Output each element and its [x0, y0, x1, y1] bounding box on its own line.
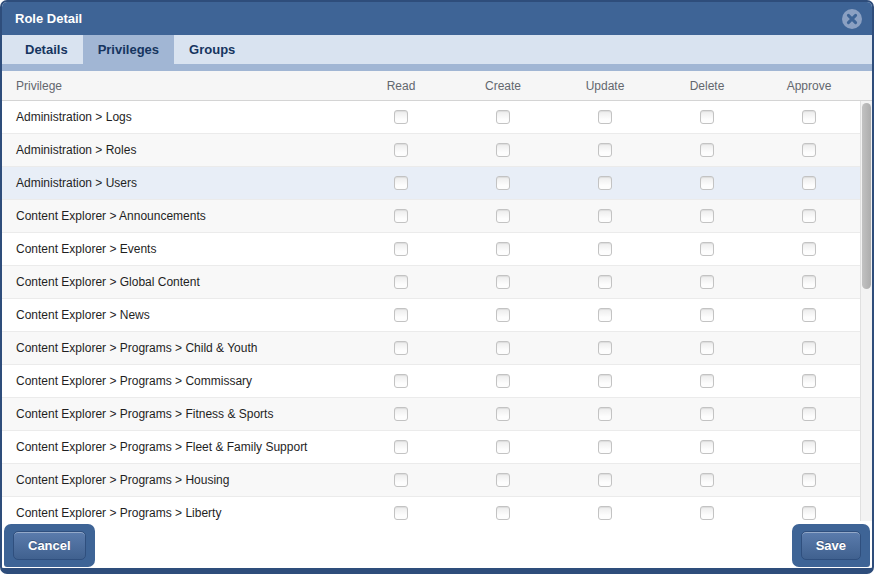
privilege-table-body: Administration > Logs Administration > R… [2, 101, 872, 521]
checkbox-update[interactable] [598, 209, 612, 223]
checkbox-update[interactable] [598, 473, 612, 487]
checkbox-update[interactable] [598, 275, 612, 289]
checkbox-approve[interactable] [802, 473, 816, 487]
checkbox-update[interactable] [598, 407, 612, 421]
checkbox-read[interactable] [394, 473, 408, 487]
privilege-row[interactable]: Content Explorer > Programs > Liberty [2, 497, 860, 521]
checkbox-approve[interactable] [802, 506, 816, 520]
active-tab-strip [2, 64, 872, 71]
checkbox-approve[interactable] [802, 143, 816, 157]
privilege-row-label: Content Explorer > Programs > Housing [2, 473, 350, 487]
checkbox-delete[interactable] [700, 275, 714, 289]
checkbox-update[interactable] [598, 143, 612, 157]
checkbox-create[interactable] [496, 506, 510, 520]
checkbox-approve[interactable] [802, 341, 816, 355]
checkbox-read[interactable] [394, 506, 408, 520]
checkbox-delete[interactable] [700, 506, 714, 520]
checkbox-delete[interactable] [700, 341, 714, 355]
save-button[interactable]: Save [801, 531, 861, 560]
checkbox-update[interactable] [598, 308, 612, 322]
column-header-delete: Delete [656, 79, 758, 93]
privilege-row[interactable]: Content Explorer > Programs > Commissary [2, 365, 860, 398]
checkbox-read[interactable] [394, 275, 408, 289]
close-button[interactable] [842, 9, 862, 29]
privilege-row[interactable]: Administration > Logs [2, 101, 860, 134]
checkbox-update[interactable] [598, 440, 612, 454]
checkbox-create[interactable] [496, 374, 510, 388]
checkbox-approve[interactable] [802, 110, 816, 124]
checkbox-create[interactable] [496, 308, 510, 322]
checkbox-approve[interactable] [802, 440, 816, 454]
checkbox-read[interactable] [394, 374, 408, 388]
privilege-row[interactable]: Content Explorer > Programs > Fleet & Fa… [2, 431, 860, 464]
checkbox-create[interactable] [496, 209, 510, 223]
privilege-row-label: Content Explorer > Programs > Fitness & … [2, 407, 350, 421]
column-header-create: Create [452, 79, 554, 93]
checkbox-delete[interactable] [700, 374, 714, 388]
tab-groups[interactable]: Groups [174, 35, 250, 64]
checkbox-update[interactable] [598, 506, 612, 520]
privilege-row[interactable]: Content Explorer > Programs > Fitness & … [2, 398, 860, 431]
cancel-button[interactable]: Cancel [13, 531, 86, 560]
privilege-row[interactable]: Content Explorer > Announcements [2, 200, 860, 233]
privilege-row[interactable]: Content Explorer > Programs > Child & Yo… [2, 332, 860, 365]
checkbox-read[interactable] [394, 440, 408, 454]
dialog-footer: Cancel Save [2, 521, 872, 568]
vertical-scrollbar-track[interactable] [860, 101, 872, 521]
tab-privileges[interactable]: Privileges [83, 35, 174, 64]
checkbox-create[interactable] [496, 110, 510, 124]
checkbox-read[interactable] [394, 110, 408, 124]
checkbox-create[interactable] [496, 341, 510, 355]
checkbox-delete[interactable] [700, 407, 714, 421]
checkbox-approve[interactable] [802, 374, 816, 388]
checkbox-create[interactable] [496, 143, 510, 157]
checkbox-delete[interactable] [700, 209, 714, 223]
privilege-row-label: Content Explorer > Programs > Child & Yo… [2, 341, 350, 355]
checkbox-approve[interactable] [802, 242, 816, 256]
privilege-row[interactable]: Content Explorer > Global Content [2, 266, 860, 299]
checkbox-delete[interactable] [700, 176, 714, 190]
checkbox-approve[interactable] [802, 176, 816, 190]
column-header-read: Read [350, 79, 452, 93]
checkbox-delete[interactable] [700, 473, 714, 487]
checkbox-approve[interactable] [802, 275, 816, 289]
checkbox-update[interactable] [598, 176, 612, 190]
privilege-row[interactable]: Content Explorer > Programs > Housing [2, 464, 860, 497]
checkbox-read[interactable] [394, 407, 408, 421]
checkbox-delete[interactable] [700, 143, 714, 157]
circle-x-icon [842, 9, 862, 29]
privilege-row[interactable]: Content Explorer > News [2, 299, 860, 332]
checkbox-read[interactable] [394, 308, 408, 322]
checkbox-delete[interactable] [700, 242, 714, 256]
checkbox-update[interactable] [598, 374, 612, 388]
dialog-titlebar: Role Detail [2, 2, 872, 35]
checkbox-create[interactable] [496, 440, 510, 454]
tab-details[interactable]: Details [10, 35, 83, 64]
vertical-scrollbar-thumb[interactable] [862, 103, 871, 289]
checkbox-approve[interactable] [802, 209, 816, 223]
checkbox-create[interactable] [496, 176, 510, 190]
checkbox-delete[interactable] [700, 308, 714, 322]
checkbox-update[interactable] [598, 242, 612, 256]
checkbox-delete[interactable] [700, 110, 714, 124]
checkbox-read[interactable] [394, 341, 408, 355]
checkbox-approve[interactable] [802, 407, 816, 421]
column-header-privilege: Privilege [2, 79, 350, 93]
tab-bar: Details Privileges Groups [2, 35, 872, 64]
dialog-title: Role Detail [15, 11, 82, 26]
checkbox-create[interactable] [496, 242, 510, 256]
checkbox-create[interactable] [496, 473, 510, 487]
checkbox-read[interactable] [394, 209, 408, 223]
checkbox-approve[interactable] [802, 308, 816, 322]
checkbox-create[interactable] [496, 275, 510, 289]
privilege-row[interactable]: Administration > Users [2, 167, 860, 200]
checkbox-create[interactable] [496, 407, 510, 421]
checkbox-read[interactable] [394, 242, 408, 256]
privilege-row[interactable]: Administration > Roles [2, 134, 860, 167]
checkbox-read[interactable] [394, 176, 408, 190]
checkbox-delete[interactable] [700, 440, 714, 454]
checkbox-update[interactable] [598, 110, 612, 124]
checkbox-update[interactable] [598, 341, 612, 355]
checkbox-read[interactable] [394, 143, 408, 157]
privilege-row[interactable]: Content Explorer > Events [2, 233, 860, 266]
